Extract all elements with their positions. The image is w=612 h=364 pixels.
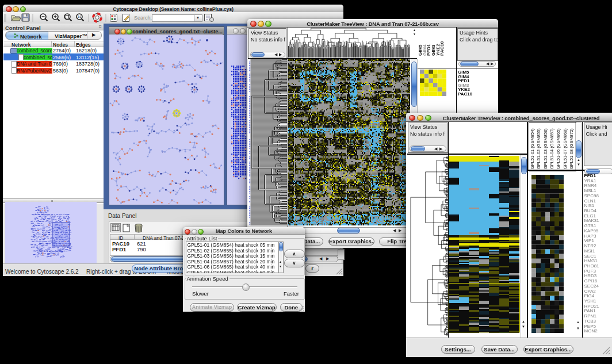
svg-text:1:1: 1:1 [78,16,82,18]
